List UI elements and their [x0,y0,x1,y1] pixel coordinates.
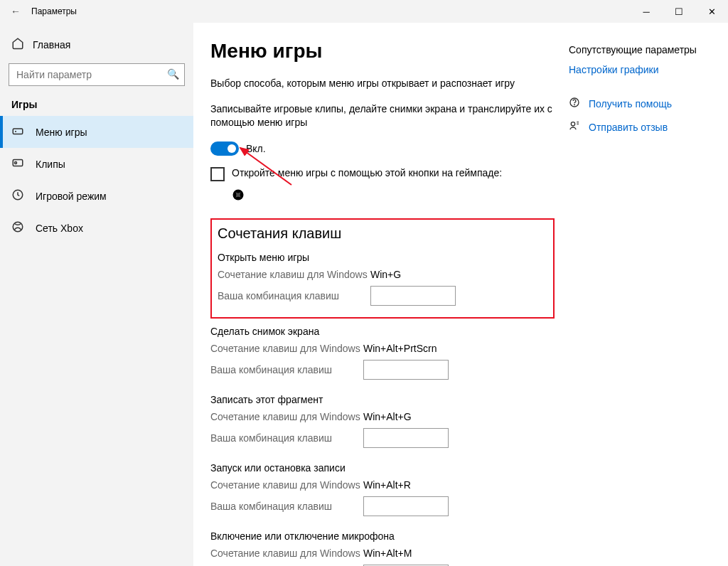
checkbox-label: Откройте меню игры с помощью этой кнопки… [232,167,502,178]
window-title: Параметры [31,6,77,16]
search-icon: 🔍 [167,68,179,80]
search-input[interactable] [9,63,185,86]
nav-label: Игровой режим [36,191,107,202]
custom-shortcut-label: Ваша комбинация клавиш [218,290,370,301]
shortcuts-heading: Сочетания клавиш [218,225,547,242]
win-shortcut-value: Win+Alt+PrtScrn [363,343,437,354]
maximize-button[interactable]: ☐ [663,0,695,23]
related-panel: Сопутствующие параметры Настройки график… [569,40,711,566]
titlebar: ← Параметры ─ ☐ ✕ [0,0,728,23]
graphics-settings-link[interactable]: Настройки графики [569,64,711,75]
win-shortcut-label: Сочетание клавиш для Windows [218,269,370,280]
win-shortcut-label: Сочетание клавиш для Windows [210,479,363,491]
description-1: Выбор способа, которым меню игры открыва… [210,77,555,91]
xbox-button-icon [232,188,555,204]
shortcut-name: Включение или отключение микрофона [210,530,555,542]
svg-rect-0 [13,129,23,134]
shortcut-name: Запуск или остановка записи [210,462,555,474]
nav-label: Клипы [36,159,65,170]
clips-icon [11,156,24,171]
custom-shortcut-label: Ваша комбинация клавиш [210,364,363,375]
home-nav[interactable]: Главная [0,31,193,58]
feedback-link[interactable]: Отправить отзыв [569,120,711,134]
nav-game-menu[interactable]: Меню игры [0,116,193,148]
feedback-icon [569,120,582,134]
home-icon [11,37,23,52]
win-shortcut-label: Сочетание клавиш для Windows [210,343,363,354]
custom-shortcut-input[interactable] [370,286,456,306]
sidebar: Главная 🔍 Игры Меню игры Клипы Игровой р… [0,23,193,566]
toggle-state-label: Вкл. [246,143,266,154]
feedback-label: Отправить отзыв [589,122,668,133]
nav-label: Меню игры [36,127,87,138]
gamepad-checkbox[interactable] [210,167,225,181]
highlighted-section: Сочетания клавиш Открыть меню игры Сочет… [210,218,555,319]
nav-game-mode[interactable]: Игровой режим [0,180,193,212]
game-bar-icon [11,124,24,139]
minimize-button[interactable]: ─ [630,0,663,23]
custom-shortcut-label: Ваша комбинация клавиш [210,432,363,444]
custom-shortcut-input[interactable] [363,360,449,380]
nav-xbox-network[interactable]: Сеть Xbox [0,212,193,244]
close-button[interactable]: ✕ [695,0,728,23]
shortcut-name: Записать этот фрагмент [210,394,555,405]
custom-shortcut-input[interactable] [363,496,449,516]
win-shortcut-label: Сочетание клавиш для Windows [210,548,363,559]
svg-point-9 [574,105,575,105]
page-title: Меню игры [210,40,555,63]
win-shortcut-value: Win+G [370,269,401,280]
description-2: Записывайте игровые клипы, делайте снимк… [210,102,555,130]
svg-point-10 [571,122,574,126]
win-shortcut-value: Win+Alt+G [363,411,412,422]
custom-shortcut-input[interactable] [363,428,449,448]
related-heading: Сопутствующие параметры [569,44,711,55]
win-shortcut-value: Win+Alt+R [363,479,411,491]
svg-point-4 [15,162,17,164]
game-mode-icon [11,188,24,203]
help-label: Получить помощь [589,98,672,110]
game-bar-toggle[interactable] [210,142,239,156]
win-shortcut-label: Сочетание клавиш для Windows [210,411,363,422]
nav-clips[interactable]: Клипы [0,148,193,180]
help-icon [569,97,582,110]
content-area: Меню игры Выбор способа, которым меню иг… [210,40,555,566]
xbox-icon [11,220,24,235]
svg-point-6 [13,222,23,232]
back-button[interactable]: ← [6,6,26,17]
shortcut-name: Открыть меню игры [218,252,547,263]
nav-label: Сеть Xbox [36,223,83,234]
win-shortcut-value: Win+Alt+M [363,548,412,559]
get-help-link[interactable]: Получить помощь [569,97,711,110]
home-label: Главная [33,39,70,50]
category-heading: Игры [0,99,193,116]
shortcut-name: Сделать снимок экрана [210,326,555,337]
custom-shortcut-label: Ваша комбинация клавиш [210,501,363,512]
